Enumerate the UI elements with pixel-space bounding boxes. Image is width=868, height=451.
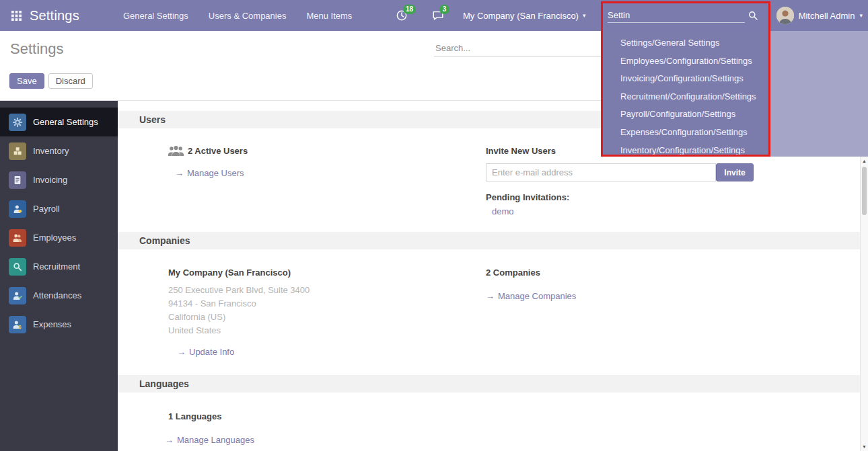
manage-users-label: Manage Users <box>187 168 244 178</box>
menu-users-companies[interactable]: Users & Companies <box>209 11 287 21</box>
manage-companies-link[interactable]: →Manage Companies <box>486 291 576 301</box>
active-users-count: 2 Active Users <box>188 146 248 156</box>
pending-invitations-label: Pending Invitations: <box>486 192 569 202</box>
inventory-icon <box>9 142 26 160</box>
search-icon[interactable] <box>748 10 758 21</box>
manage-users-link[interactable]: →Manage Users <box>175 168 244 178</box>
scrollbar-thumb[interactable] <box>862 167 867 215</box>
search-result-item[interactable]: Payroll/Configuration/Settings <box>602 106 770 124</box>
menu-search-input[interactable] <box>608 8 745 23</box>
invite-new-users-title: Invite New Users <box>486 146 556 156</box>
recruitment-icon <box>9 258 26 276</box>
address-line: California (US) <box>168 311 310 324</box>
activities-systray-button[interactable]: 18 <box>396 0 408 31</box>
settings-gear-icon <box>9 114 26 131</box>
invite-button[interactable]: Invite <box>716 163 754 181</box>
menu-search-dropdown: Settings/General Settings Employees/Conf… <box>602 31 868 157</box>
search-result-item[interactable]: Inventory/Configuration/Settings <box>602 142 770 160</box>
avatar <box>776 7 794 24</box>
sidebar-item-label: Payroll <box>33 204 60 214</box>
odoo-settings-screen: Settings General Settings Users & Compan… <box>0 0 868 451</box>
expenses-icon: $ <box>9 316 26 333</box>
employees-icon <box>9 229 26 247</box>
search-result-item[interactable]: Employees/Configuration/Settings <box>602 52 770 71</box>
sidebar-item-attendances[interactable]: Attendances <box>0 281 118 310</box>
invoicing-icon <box>9 171 26 189</box>
sidebar-item-label: General Settings <box>33 117 98 127</box>
companies-count: 2 Companies <box>486 268 540 278</box>
search-result-item[interactable]: Invoicing/Configuration/Settings <box>602 70 770 88</box>
sidebar-item-label: Recruitment <box>33 261 80 272</box>
section-header-companies: Companies <box>118 232 860 249</box>
company-name: My Company (San Francisco) <box>168 268 291 278</box>
sidebar-item-expenses[interactable]: $ Expenses <box>0 310 118 339</box>
pending-user-label: demo <box>492 206 514 216</box>
update-info-link[interactable]: →Update Info <box>177 347 234 357</box>
section-header-languages: Languages <box>118 375 860 393</box>
manage-companies-label: Manage Companies <box>498 291 576 301</box>
discard-button[interactable]: Discard <box>48 73 93 89</box>
company-switcher-label: My Company (San Francisco) <box>463 11 579 21</box>
search-result-item[interactable]: Expenses/Configuration/Settings <box>602 124 770 142</box>
menu-search-box <box>608 0 758 31</box>
scroll-down-arrow[interactable]: ▼ <box>861 444 868 449</box>
chevron-down-icon: ▾ <box>859 12 863 19</box>
chevron-down-icon: ▾ <box>583 12 586 19</box>
sidebar-item-payroll[interactable]: Payroll <box>0 194 118 223</box>
apps-menu-button[interactable] <box>5 0 27 31</box>
sidebar-item-label: Invoicing <box>33 175 67 185</box>
page-title: Settings <box>10 40 64 58</box>
sidebar-item-inventory[interactable]: Inventory <box>0 136 118 165</box>
address-line: 250 Executive Park Blvd, Suite 3400 <box>168 284 310 297</box>
menu-general-settings[interactable]: General Settings <box>123 11 188 21</box>
sidebar-item-recruitment[interactable]: Recruitment <box>0 252 118 281</box>
app-top-menu: General Settings Users & Companies Menu … <box>123 0 352 31</box>
apps-grid-icon <box>11 10 22 22</box>
save-button[interactable]: Save <box>9 73 44 89</box>
svg-text:$: $ <box>19 324 22 329</box>
pending-user-demo-link[interactable]: demo <box>492 206 514 216</box>
current-app-title: Settings <box>30 0 79 31</box>
company-switcher[interactable]: My Company (San Francisco) ▾ <box>463 0 585 31</box>
menu-menu-items[interactable]: Menu Items <box>306 11 352 21</box>
scroll-up-arrow[interactable]: ▲ <box>861 159 868 163</box>
sidebar-item-label: Attendances <box>33 290 81 300</box>
search-results-list: Settings/General Settings Employees/Conf… <box>602 31 770 157</box>
invite-email-field[interactable] <box>486 163 716 181</box>
manage-languages-link[interactable]: →Manage Languages <box>165 435 254 445</box>
attendances-icon <box>9 287 26 304</box>
company-address: 250 Executive Park Blvd, Suite 3400 9413… <box>168 284 310 337</box>
settings-sidebar: General Settings Inventory Invoicing <box>0 101 118 451</box>
sidebar-item-label: Inventory <box>33 146 69 156</box>
address-line: United States <box>168 324 310 337</box>
manage-languages-label: Manage Languages <box>177 435 254 445</box>
activity-count-badge: 18 <box>403 5 416 14</box>
message-count-badge: 3 <box>439 5 449 14</box>
dropdown-panel-spacer <box>770 31 868 157</box>
sidebar-item-general-settings[interactable]: General Settings <box>0 108 118 136</box>
address-line: 94134 - San Francisco <box>168 297 310 311</box>
form-buttons: Save Discard <box>9 73 93 89</box>
update-info-label: Update Info <box>189 347 234 357</box>
arrow-right-icon: → <box>175 168 184 178</box>
arrow-right-icon: → <box>486 291 495 301</box>
arrow-right-icon: → <box>177 347 186 357</box>
languages-count: 1 Languages <box>168 411 221 421</box>
top-navbar: Settings General Settings Users & Compan… <box>0 0 868 31</box>
search-result-item[interactable]: Recruitment/Configuration/Settings <box>602 88 770 106</box>
arrow-right-icon: → <box>165 435 174 445</box>
vertical-scrollbar[interactable]: ▲ ▼ <box>860 157 868 451</box>
sidebar-item-label: Employees <box>33 233 76 243</box>
messages-systray-button[interactable]: 3 <box>432 0 444 31</box>
payroll-icon <box>9 200 26 218</box>
sidebar-item-invoicing[interactable]: Invoicing <box>0 165 118 194</box>
users-group-icon <box>168 144 184 161</box>
sidebar-item-employees[interactable]: Employees <box>0 223 118 252</box>
user-name-label: Mitchell Admin <box>799 11 855 21</box>
user-menu[interactable]: Mitchell Admin ▾ <box>776 0 863 31</box>
search-result-item[interactable]: Settings/General Settings <box>602 34 770 52</box>
sidebar-item-label: Expenses <box>33 319 71 329</box>
